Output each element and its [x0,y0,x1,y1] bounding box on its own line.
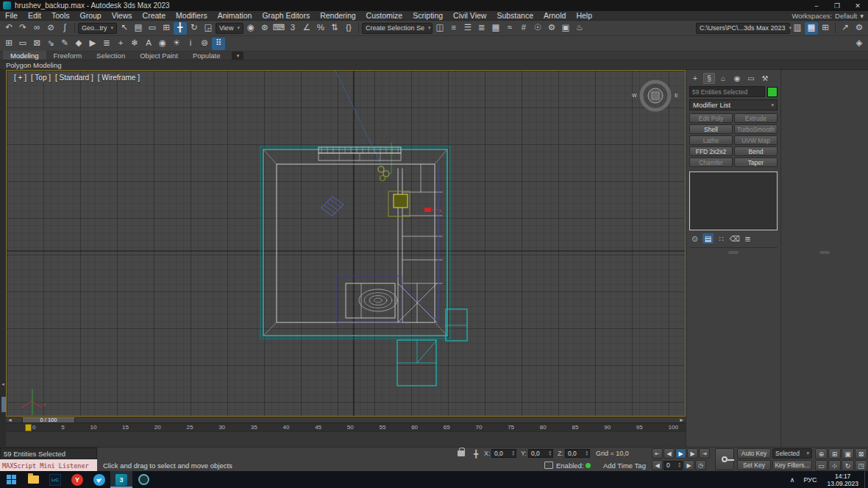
make-unique-icon[interactable]: ∷ [716,233,727,244]
previous-frame-button[interactable]: ◀ [664,448,675,459]
modifier-stack[interactable] [689,171,778,230]
construction-line[interactable] [335,71,385,171]
rectangular-selection-icon[interactable]: ▭ [146,22,159,35]
3dsmax-taskbar-button[interactable]: 3 [110,471,132,488]
project-folder-dropdown[interactable]: C:\Users\PC\...3ds Max 2023 ▾ [696,23,790,34]
go-to-end-button[interactable]: ⇥ [699,448,710,459]
viewport-renderer-label[interactable]: [ Standard ] [55,74,93,82]
show-end-result-icon[interactable]: ▤ [702,233,714,244]
align-icon[interactable]: ≡ [447,22,460,35]
red-marker[interactable]: x [424,208,441,213]
selected-object-yellow[interactable] [388,191,410,216]
time-configuration-icon[interactable]: ◷ [695,460,706,470]
unlink-selection-icon[interactable]: ⊘ [44,22,57,35]
massfx-rigid-body-icon[interactable]: ◆ [72,38,85,50]
info-icon[interactable]: i [184,38,197,50]
open-container-icon[interactable]: ▭ [16,38,29,50]
add-time-tag[interactable]: Add Time Tag [603,462,646,470]
menu-item[interactable]: Graph Editors [257,11,315,21]
modifier-list-dropdown[interactable]: Modifier List ▾ [689,99,778,110]
menu-item[interactable]: Customize [361,11,408,21]
schematic-view-icon[interactable]: # [517,22,530,35]
menu-item[interactable]: Substance [491,11,538,21]
edit-container-icon[interactable]: ✎ [58,38,71,50]
polygon-modeling-header[interactable]: Polygon Modeling [0,60,868,70]
modifier-button[interactable]: Edit Poly [689,113,733,123]
current-frame-field[interactable]: 0▲▼ [664,461,683,470]
modifier-button[interactable]: UVW Map [734,135,778,145]
select-and-move-icon[interactable]: ╋ [174,22,187,35]
maxscript-mini-listener[interactable]: MAXScript Mini Listener [0,459,97,472]
hierarchy-tab[interactable]: ⌂ [717,73,729,84]
modifier-button[interactable]: Extrude [734,113,778,123]
menu-item[interactable]: Modifiers [171,11,213,21]
viewport-pov-label[interactable]: [ Top ] [31,74,51,82]
play-button[interactable]: ▶ [675,448,686,459]
modifier-button[interactable]: Bend [734,146,778,156]
zoom-extents-icon[interactable]: ▣ [842,448,854,459]
render-setup-icon[interactable]: ⚙ [545,22,558,35]
screen-icon[interactable] [544,462,553,469]
panel-resize-handle[interactable] [819,251,830,254]
modifier-button[interactable]: Lathe [689,135,733,145]
open-material-explorer-icon[interactable]: ▥ [791,22,804,35]
display-tab[interactable]: ▭ [745,73,757,84]
x-coordinate-field[interactable]: 0,0▲▼ [491,449,516,458]
zoom-extents-all-icon[interactable]: ⊠ [855,448,867,459]
use-pivot-point-icon[interactable]: ◉ [244,22,257,35]
animation-layers-icon[interactable]: ≣ [100,38,113,50]
toggle-ribbon-icon[interactable]: ▦ [489,22,502,35]
curve-editor-icon[interactable]: ≈ [503,22,516,35]
timeline-ruler[interactable]: 0510152025303540455055606570758085909510… [6,422,686,431]
telegram-button[interactable] [88,471,110,488]
spinner-icon[interactable]: ▲▼ [678,462,681,468]
modify-tab[interactable]: § [703,73,715,84]
viewport-canvas[interactable]: x [7,71,685,416]
massfx-simulate-icon[interactable]: ▶ [86,38,99,50]
zoom-region-icon[interactable]: ▭ [815,460,828,471]
edit-named-selections-icon[interactable]: {} [342,22,355,35]
lightroom-button[interactable]: LrC [44,471,66,488]
layout-tabs-flyout-arrow[interactable]: ◂ [0,381,6,387]
remove-modifier-icon[interactable]: ⌫ [729,233,740,244]
modifier-button[interactable]: Shell [689,124,733,134]
panel-resize-handle[interactable] [728,251,739,254]
viewport-settings-icon[interactable]: ⚙ [853,22,866,35]
toggle-scene-explorer-icon[interactable]: ☰ [461,22,474,35]
absolute-mode-icon[interactable]: ╋ [471,448,481,459]
menu-item[interactable]: Group [75,11,107,21]
parameter-collector-icon[interactable]: ⊞ [819,22,832,35]
set-key-button[interactable]: Set Key [737,460,771,470]
mirror-icon[interactable]: ◫ [433,22,447,35]
viewcube[interactable]: W E [638,78,673,113]
safe-frames-icon[interactable]: ◉ [156,38,169,50]
menu-item[interactable]: Tools [46,11,75,21]
ribbon-tab[interactable]: Object Paint [132,51,185,60]
selection-lock-icon[interactable] [458,450,465,456]
motion-tab[interactable]: ◉ [731,73,743,84]
selected-objects-cyan[interactable] [397,309,467,386]
snaps-toggle-icon[interactable]: 3 [286,22,299,35]
close-container-icon[interactable]: ⊠ [30,38,43,50]
redo-icon[interactable]: ↷ [16,22,29,35]
menu-item[interactable]: Arnold [538,11,571,21]
viewport-shading-label[interactable]: [ Wireframe ] [98,74,140,82]
tray-expand-icon[interactable]: ∧ [786,471,800,488]
inherit-container-icon[interactable]: ⇘ [44,38,57,50]
workspaces-dropdown[interactable]: Workspaces: Default ▾ [791,12,864,20]
ribbon-tab[interactable]: Selection [89,51,132,60]
media-app-button[interactable] [132,471,154,488]
language-indicator[interactable]: РУС [799,471,821,488]
percent-snap-icon[interactable]: % [314,22,327,35]
minimize-button[interactable]: – [806,0,827,11]
maximize-viewport-icon[interactable]: ◳ [855,460,867,471]
pan-icon[interactable]: ⊹ [828,460,841,471]
lighting-toggle-icon[interactable]: ☀ [170,38,183,50]
bind-to-space-warp-icon[interactable]: ∫ [58,22,71,35]
zoom-all-icon[interactable]: ⊞ [828,448,841,459]
spinner-icon[interactable]: ▲▼ [512,450,515,456]
menu-item[interactable]: Views [107,11,138,21]
select-and-scale-icon[interactable]: ◲ [202,22,215,35]
undo-icon[interactable]: ↶ [2,22,15,35]
orbit-icon[interactable]: ↻ [842,460,854,471]
